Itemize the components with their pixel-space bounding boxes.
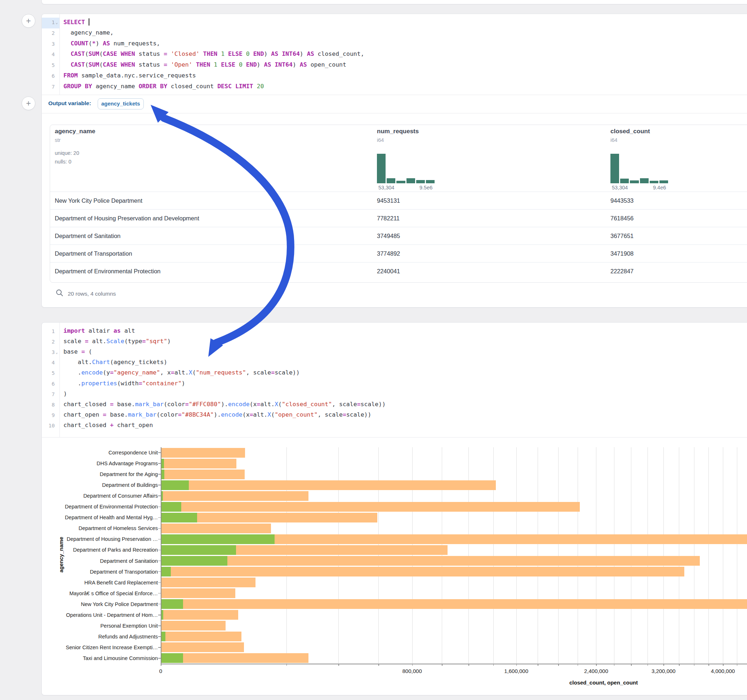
code-token: (color: [163, 401, 185, 407]
line-number: 2: [42, 30, 55, 36]
line-number: 7: [42, 391, 55, 397]
x-axis-tick: [442, 664, 443, 666]
code-token: =: [85, 338, 89, 345]
code-token: sample_data.nyc.service_requests: [78, 72, 196, 79]
y-axis-label: Department of Health and Mental Hyg…: [65, 514, 158, 520]
code-token: agency_name: [92, 83, 138, 90]
code-token: mark_bar: [128, 411, 156, 418]
code-token: =: [139, 380, 142, 387]
code-token: AS: [264, 61, 271, 68]
histogram-bar: [426, 180, 435, 183]
code-token: import: [64, 327, 85, 334]
code-token: "container": [142, 380, 181, 387]
code-token: .: [64, 369, 82, 376]
chart-gridline: [614, 447, 614, 664]
add-cell-button-top[interactable]: +: [22, 14, 35, 28]
code-line: FROM sample_data.nyc.service_requests: [64, 72, 196, 79]
table-cell: 3749485: [377, 227, 400, 245]
x-axis-domain-line: [161, 664, 747, 664]
code-token: [210, 61, 214, 68]
column-meta: unique: 20: [55, 150, 79, 156]
table-cell: 3471908: [611, 245, 634, 262]
code-token: 'Open': [171, 61, 192, 68]
histogram-max-label: 9.4e6: [653, 185, 666, 190]
table-row: Department of Housing Preservation and D…: [50, 209, 747, 227]
output-variable-label: Output variable:: [48, 100, 91, 107]
fold-chevron-icon[interactable]: ⌄: [56, 20, 58, 25]
line-number: 7: [42, 84, 55, 90]
python-code-editor[interactable]: 123⌄45678910 import altair as altscale =…: [42, 323, 747, 437]
code-token: alt: [121, 327, 135, 334]
code-token: "agency_name": [113, 369, 160, 376]
code-token: "closed_count": [282, 401, 332, 407]
x-axis-tick: [614, 664, 615, 666]
bar-closed_count: [161, 491, 308, 501]
code-token: LIMIT: [235, 83, 253, 90]
search-icon[interactable]: [56, 289, 64, 297]
chart-x-axis-title: closed_count, open_count: [569, 679, 638, 686]
column-header[interactable]: closed_count: [611, 128, 650, 135]
x-axis-tick: [631, 664, 632, 666]
bar-open_count: [161, 480, 189, 490]
code-line: ): [64, 390, 67, 397]
bar-open_count: [161, 513, 197, 522]
bar-open_count: [161, 502, 181, 512]
code-token: properties: [82, 380, 117, 387]
table-cell: Department of Housing Preservation and D…: [55, 210, 199, 227]
fold-chevron-icon[interactable]: ⌄: [56, 350, 58, 355]
bar-open_count: [161, 545, 236, 555]
code-line: COUNT(*) AS num_requests,: [64, 40, 160, 47]
x-axis-tick: [412, 664, 413, 666]
chart-gridline: [538, 447, 538, 664]
histogram-max-label: 9.5e6: [419, 185, 432, 190]
chart-gridline: [558, 447, 558, 664]
x-axis-tick: [469, 664, 469, 666]
chart-gridline: [578, 447, 578, 664]
code-token: AS: [271, 50, 278, 57]
code-token: ELSE: [221, 61, 235, 68]
y-axis-tick: [158, 550, 161, 551]
sql-code-editor[interactable]: 1⌄234567 SELECT agency_name, COUNT(*) AS…: [42, 14, 747, 95]
code-token: (y: [103, 369, 110, 376]
x-axis-tick: [538, 664, 538, 666]
column-header[interactable]: agency_name: [55, 128, 95, 135]
chart-gridline: [412, 447, 413, 664]
code-token: (: [85, 61, 89, 68]
code-token: "open_count": [275, 411, 318, 418]
code-token: base: [64, 348, 82, 355]
y-axis-tick: [158, 528, 161, 529]
line-number: 3: [42, 349, 55, 355]
y-axis-label: Correspondence Unit: [109, 450, 158, 456]
code-token: chart_closed: [64, 422, 110, 428]
code-line: agency_name,: [64, 29, 113, 36]
dataframe-preview-table[interactable]: agency_namestrunique: 20nulls: 0num_requ…: [50, 125, 747, 283]
code-token: "#FFC080": [189, 401, 221, 407]
python-editor-gutter[interactable]: 123⌄45678910: [42, 323, 60, 437]
x-axis-tick: [493, 664, 494, 666]
code-token: [253, 83, 257, 90]
code-token: "num_requests": [196, 369, 246, 376]
y-axis-tick: [158, 539, 161, 540]
output-variable-pill[interactable]: agency_tickets: [98, 98, 144, 109]
code-token: [85, 19, 89, 26]
chart-gridline: [694, 447, 694, 664]
x-axis-tick: [723, 664, 724, 666]
code-token: ): [264, 50, 271, 57]
code-token: X: [189, 369, 192, 376]
line-number: 8: [42, 402, 55, 407]
code-token: [242, 50, 246, 57]
add-cell-button-output[interactable]: +: [22, 97, 35, 110]
code-token: (: [271, 411, 275, 418]
sql-editor-gutter[interactable]: 1⌄234567: [42, 14, 60, 95]
column-header[interactable]: num_requests: [377, 128, 419, 135]
code-token: =: [271, 369, 275, 376]
y-axis-label: Mayorâ€ s Office of Special Enforce…: [69, 591, 158, 596]
bar-open_count: [161, 599, 183, 609]
code-token: ): [257, 61, 264, 68]
code-token: (: [85, 50, 89, 57]
layered-bar-chart: agency_name closed_count, open_count Cor…: [42, 437, 747, 695]
y-axis-label: Department of Buildings: [102, 482, 158, 488]
code-token: 1: [214, 61, 217, 68]
y-axis-label: Department of Transportation: [90, 569, 158, 575]
code-token: DESC: [217, 83, 232, 90]
